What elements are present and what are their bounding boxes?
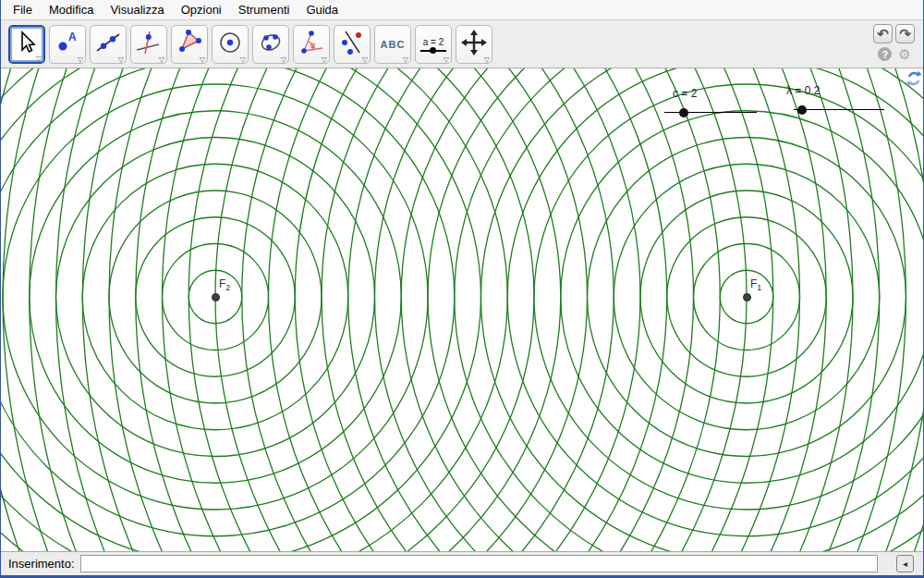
text-tool-button[interactable]: ABC ▽ [374,25,411,64]
input-bar: Inserimento: ◂ [1,551,923,575]
point-F2-label: F2 [219,277,230,292]
reflect-tool-button[interactable]: ▽ [334,25,371,64]
chevron-down-icon[interactable]: ▽ [240,55,246,64]
menu-guida[interactable]: Guida [298,1,346,19]
chevron-down-icon[interactable]: ▽ [484,55,490,64]
toolbar: ▽ A ▽ ▽ ▽ [1,20,923,68]
point-F1-dot[interactable] [743,293,751,301]
chevron-down-icon[interactable]: ▽ [78,55,83,64]
refresh-view-icon[interactable] [906,70,922,87]
input-bar-label: Inserimento: [8,557,75,571]
algebra-input[interactable] [80,555,878,572]
graphics-view[interactable]: c = 2 λ = 0.2 F1 F2 [1,68,923,551]
slider-c-track[interactable] [664,112,757,113]
text-tool-icon: ABC [381,39,406,50]
line-tool-button[interactable]: ▽ [90,25,127,64]
polygon-tool-button[interactable]: ▽ [171,25,208,64]
slider-c-handle[interactable] [679,108,688,117]
menu-visualizza[interactable]: Visualizza [102,1,172,19]
move-view-tool-button[interactable]: ▽ [456,25,492,64]
slider-tool-button[interactable]: a = 2 ▽ [415,25,452,64]
chevron-down-icon[interactable]: ▽ [403,55,408,64]
slider-c-label: c = 2 [673,87,697,100]
gear-icon[interactable]: ⚙ [898,47,910,61]
toolbar-right-cluster: ↶ ↷ ? ⚙ [873,24,916,61]
svg-text:α: α [310,41,315,50]
input-help-toggle-button[interactable]: ◂ [896,555,914,572]
chevron-down-icon[interactable]: ▽ [118,55,124,64]
svg-text:A: A [68,31,77,43]
geogebra-window: { "menu_bar": { "items": ["File", "Modif… [0,0,924,578]
redo-button[interactable]: ↷ [895,24,915,43]
point-F2-dot[interactable] [212,293,220,301]
chevron-down-icon[interactable]: ▽ [444,55,449,64]
move-tool-button[interactable]: ▽ [8,25,45,64]
perpendicular-line-tool-button[interactable]: ▽ [130,25,167,64]
chevron-down-icon[interactable]: ▽ [322,55,327,64]
menu-bar: File Modifica Visualizza Opzioni Strumen… [1,0,923,20]
chevron-down-icon[interactable]: ▽ [362,55,368,64]
menu-modifica[interactable]: Modifica [41,1,102,19]
menu-file[interactable]: File [5,1,41,19]
menu-opzioni[interactable]: Opzioni [173,1,230,19]
circle-tool-button[interactable]: ▽ [212,25,249,64]
point-tool-button[interactable]: A ▽ [49,25,86,64]
slider-lambda-handle[interactable] [797,105,807,115]
slider-lambda-label: λ = 0.2 [786,84,820,97]
help-icon[interactable]: ? [878,47,892,61]
chevron-down-icon[interactable]: ▽ [36,55,42,63]
conic-tool-button[interactable]: ▽ [252,25,289,64]
chevron-down-icon[interactable]: ▽ [159,55,164,64]
menu-strumenti[interactable]: Strumenti [230,1,298,19]
slider-lambda-track[interactable] [794,109,884,110]
chevron-down-icon[interactable]: ▽ [200,55,205,64]
slider-tool-icon: a = 2 [419,37,447,52]
angle-tool-button[interactable]: α ▽ [293,25,330,64]
wavefront-circles [1,68,923,551]
point-F1-label: F1 [750,277,761,292]
undo-button[interactable]: ↶ [873,24,893,43]
chevron-down-icon[interactable]: ▽ [281,55,286,64]
